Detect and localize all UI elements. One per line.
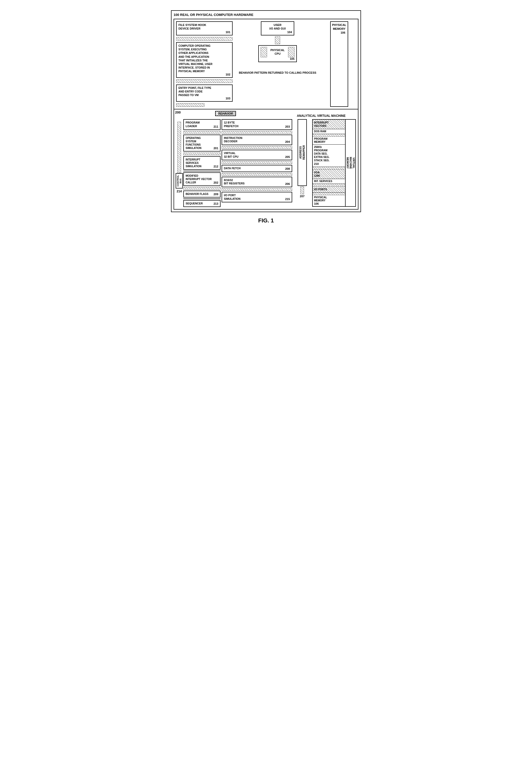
mem-program-memory: PROGRAMMEMORY xyxy=(313,137,345,145)
h7 xyxy=(222,173,292,176)
divider-1 xyxy=(183,171,221,171)
box-101-num: 101 xyxy=(179,31,230,34)
remapper-num: 207 xyxy=(300,195,305,198)
physical-memory-top: PHYSICALMEMORY 106 xyxy=(330,21,348,107)
box-105-num: 105 xyxy=(261,57,294,60)
mem-256kb: 256KbPROGRAMDATA SEG.EXTRA SEG.STACK SEG… xyxy=(313,145,345,167)
io-port-sim-num: 215 xyxy=(285,197,290,200)
sequencer-label: SEQUENCER xyxy=(186,202,203,205)
top-left-col: FILE SYSTEM HOOKDEVICE DRIVER 101 COMPUT… xyxy=(176,21,233,107)
data-fetch-num: 208 xyxy=(285,167,290,170)
num-214: 214 xyxy=(177,190,182,193)
section-200-num: 200 xyxy=(175,111,181,114)
mem-physical-memory-bottom: PHYSICALMEMORY106 xyxy=(313,195,345,206)
vm-memory-label: VIRTUALMACHINEMEMORY xyxy=(345,119,356,206)
connector-hatched-3 xyxy=(176,103,204,107)
h1 xyxy=(183,131,221,133)
prefetch-label: 12 BYTEPREFETCH xyxy=(224,121,239,128)
center-col: 12 BYTEPREFETCH 203 INSTRUCTIONDECODER 2… xyxy=(222,119,292,202)
virtual-cpu-box: VIRTUAL32 BIT CPU 205 xyxy=(222,150,292,160)
behavior-flags-num: 209 xyxy=(214,192,218,196)
divider-2 xyxy=(183,198,221,199)
box-102-num: 102 xyxy=(179,73,230,76)
connector-hatched-2 xyxy=(176,79,233,83)
vm-memory-box: INTERRUPTVECTORS DOS RAM PROGRAMMEMORY 2… xyxy=(312,119,345,206)
mem-hatched-3 xyxy=(313,184,345,187)
h5 xyxy=(222,146,292,149)
bottom-section: 200 ANALYTICAL VIRTUAL MACHINE BEHAVIOR … xyxy=(174,110,358,209)
left-boxes-col: PROGRAMLOADER 211 OPERATINGSYSTEMFUNCTIO… xyxy=(183,119,221,207)
os-functions-box: OPERATINGSYSTEMFUNCTIONSSIMULATION 201 xyxy=(183,134,221,152)
hatched-left-105 xyxy=(261,47,267,57)
behavior-badge: BEHAVIOR xyxy=(215,111,236,116)
mem-hatched-2 xyxy=(313,167,345,170)
box-101-label: FILE SYSTEM HOOKDEVICE DRIVER xyxy=(179,23,230,31)
h6 xyxy=(222,161,292,164)
mem-dos-ram: DOS RAM xyxy=(313,129,345,134)
main-title: 100 REAL OR PHYSICAL COMPUTER HARDWARE xyxy=(174,13,358,17)
box-104-num: 104 xyxy=(263,31,292,34)
prefetch-box: 12 BYTEPREFETCH 203 xyxy=(222,119,292,130)
address-remapper-label: ADDRESSREMAPPER xyxy=(298,119,307,186)
physical-memory-num: 106 xyxy=(332,31,346,34)
box-104: USERI/O AND GUI 104 xyxy=(261,21,294,36)
mem-int-services: INT. SERVICES xyxy=(313,179,345,184)
box-104-label: USERI/O AND GUI xyxy=(263,23,292,31)
box-103: ENTRY POINT, FILE TYPEAND ENTRY CODEPASS… xyxy=(176,85,233,102)
avm-title: ANALYTICAL VIRTUAL MACHINE xyxy=(176,114,356,117)
connector-h-104 xyxy=(275,37,280,44)
mem-io-ports: I/O PORTS xyxy=(313,187,345,192)
data-fetch-label: DATA FETCH xyxy=(224,167,241,170)
vm-memory-area: INTERRUPTVECTORS DOS RAM PROGRAMMEMORY 2… xyxy=(312,119,356,206)
prefetch-num: 203 xyxy=(285,125,290,128)
instr-decoder-label: INSTRUCTIONDECODER xyxy=(224,136,242,143)
virtual-cpu-num: 205 xyxy=(285,155,290,158)
address-remapper-col: ADDRESSREMAPPER 207 xyxy=(293,119,311,198)
behavior-pattern: BEHAVIOR PATTERN RETURNED TO CALLING PRO… xyxy=(238,68,318,77)
sequencer-num: 213 xyxy=(214,202,218,205)
program-loader-box: PROGRAMLOADER 211 xyxy=(183,119,221,130)
box-102: COMPUTER OPERATINGSYSTEM, EXECUTINGOTHER… xyxy=(176,42,233,78)
fig-caption: FIG. 1 xyxy=(171,217,361,224)
mem-vga: VGA128K xyxy=(313,170,345,179)
virtual-cpu-label: VIRTUAL32 BIT CPU xyxy=(224,152,239,158)
modified-interrupt-num: 202 xyxy=(214,181,218,184)
page-container: 100 REAL OR PHYSICAL COMPUTER HARDWARE F… xyxy=(166,5,366,229)
box-103-num: 103 xyxy=(179,97,230,100)
h4 xyxy=(222,131,292,133)
data-fetch-box: DATA FETCH 208 xyxy=(222,165,292,172)
mem-interrupt-vectors: INTERRUPTVECTORS xyxy=(313,120,345,129)
h8 xyxy=(222,188,292,191)
program-loader-label: PROGRAMLOADER xyxy=(186,121,200,128)
bit-registers-label: 8/16/32BIT REGISTERS xyxy=(224,179,245,186)
physical-memory-label: PHYSICALMEMORY xyxy=(332,23,346,31)
box-105-label: PHYSICALCPU xyxy=(269,47,286,57)
h3 xyxy=(183,187,221,190)
os-functions-num: 201 xyxy=(214,147,218,150)
io-port-sim-box: I/O PORTSIMULATION 215 xyxy=(222,192,292,202)
interrupt-services-label: INTERRUPTSERVICESSIMULATION xyxy=(186,158,201,168)
behavior-flags-box: BEHAVIOR FLAGS 209 xyxy=(183,190,221,197)
mem-hatched-4 xyxy=(313,192,345,195)
modified-interrupt-label: MODIFIEDINTERRUPT VECTORCALLER xyxy=(186,174,212,184)
remapper-hatched xyxy=(300,187,304,194)
interrupt-services-num: 212 xyxy=(214,165,218,168)
control-bus-col: CONTROLBUS 214 xyxy=(176,122,182,193)
os-functions-label: OPERATINGSYSTEMFUNCTIONSSIMULATION xyxy=(186,136,201,150)
control-bus-hatched xyxy=(178,122,181,173)
box-105: PHYSICALCPU 105 xyxy=(258,45,297,62)
program-loader-num: 211 xyxy=(214,125,218,128)
behavior-flags-label: BEHAVIOR FLAGS xyxy=(186,192,208,196)
top-center-col: USERI/O AND GUI 104 PHYSICALCPU xyxy=(235,21,321,107)
connector-hatched-1 xyxy=(176,37,233,40)
control-bus-label: CONTROLBUS xyxy=(176,173,183,189)
box-103-label: ENTRY POINT, FILE TYPEAND ENTRY CODEPASS… xyxy=(179,86,230,97)
interrupt-services-box: INTERRUPTSERVICESSIMULATION 212 xyxy=(183,156,221,170)
behavior-badge-container: BEHAVIOR xyxy=(215,111,236,116)
mem-hatched-1 xyxy=(313,134,345,137)
instr-decoder-num: 204 xyxy=(285,140,290,143)
box-102-label: COMPUTER OPERATINGSYSTEM, EXECUTINGOTHER… xyxy=(179,44,230,73)
modified-interrupt-box: MODIFIEDINTERRUPT VECTORCALLER 202 xyxy=(183,172,221,186)
sequencer-box: SEQUENCER 213 xyxy=(183,200,221,207)
bottom-inner: CONTROLBUS 214 PROGRAMLOADER 211 OPERATI… xyxy=(176,119,356,207)
